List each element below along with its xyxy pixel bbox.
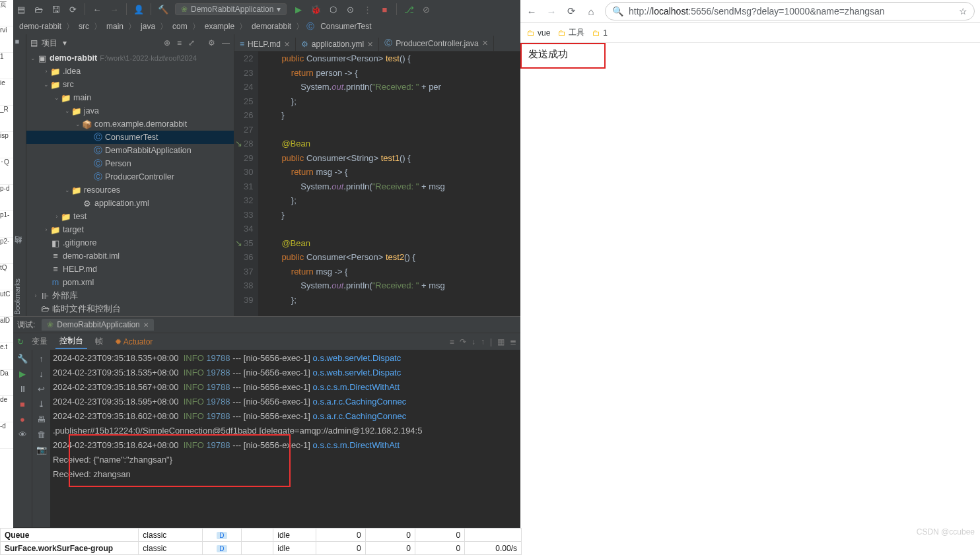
profile-icon[interactable]: ⊙	[345, 5, 355, 15]
rerun-icon[interactable]: ↻	[17, 337, 24, 346]
stop-icon[interactable]: ■	[20, 399, 25, 409]
nav-reload-icon[interactable]: ⟳	[565, 5, 577, 17]
url-box[interactable]: 🔍 http://localhost:5656/sendMsg?delay=10…	[605, 2, 975, 20]
tree-node[interactable]: ≡demo-rabbit.iml	[26, 249, 234, 263]
editor-tab[interactable]: ≡HELP.md✕	[234, 38, 296, 51]
debug-icon[interactable]: 🐞	[310, 5, 321, 15]
tree-node[interactable]: ⌄📦com.example.demorabbit	[26, 117, 234, 131]
chevron-down-icon[interactable]: ▾	[63, 38, 67, 48]
threads-icon[interactable]: ▦	[497, 337, 505, 346]
run-icon[interactable]: ▶	[293, 5, 304, 15]
coverage-icon[interactable]: ⬡	[328, 5, 338, 15]
tree-node[interactable]: ⒸPerson	[26, 157, 234, 170]
wrap-icon[interactable]: ↩	[38, 384, 45, 394]
bookmark-item[interactable]: 🗀工具	[558, 27, 584, 38]
breadcrumb-seg[interactable]: java	[139, 21, 157, 32]
hide-icon[interactable]: —	[222, 38, 230, 48]
sidebar-tab-bookmarks[interactable]: Bookmarks	[13, 277, 26, 316]
gear-icon[interactable]: ⚙	[208, 38, 215, 48]
browser-toolbar: ← → ⟳ ⌂ 🔍 http://localhost:5656/sendMsg?…	[520, 0, 980, 23]
tree-node[interactable]: ◧.gitignore	[26, 236, 234, 249]
back-icon[interactable]: ←	[92, 5, 102, 15]
down-icon[interactable]: ↓	[39, 369, 44, 379]
editor-tab[interactable]: ⚙application.yml✕	[296, 38, 379, 51]
tree-node[interactable]: ⒸDemoRabbitApplication	[26, 144, 234, 157]
tree-node[interactable]: ⌄📁java	[26, 104, 234, 117]
breadcrumb-seg[interactable]: demo-rabbit	[17, 21, 63, 32]
tree-node[interactable]: ⒸConsumerTest	[26, 131, 234, 144]
project-title-icon: ▤	[30, 38, 38, 48]
save-icon[interactable]: 🖫	[50, 5, 61, 15]
response-message: 发送成功	[528, 48, 568, 59]
breadcrumb-seg[interactable]: src	[77, 21, 91, 32]
tree-node[interactable]: ›⊪外部库	[26, 289, 234, 302]
project-tool-window: ▤ 项目 ▾ ⊕ ≡ ⤢ ⚙ — ⌄▣demo-rabbitF:\work\1-…	[26, 34, 234, 316]
bookmark-item[interactable]: 🗀vue	[527, 28, 550, 38]
tree-node[interactable]: ⚙application.yml	[26, 197, 234, 210]
more-icon[interactable]: ≣	[510, 337, 516, 346]
code-text[interactable]: public Consumer<Person> test() { return …	[258, 51, 520, 316]
camera-icon[interactable]: 📷	[36, 445, 47, 455]
target-icon[interactable]: ⊕	[164, 38, 170, 48]
resume-icon[interactable]: ▶	[19, 369, 26, 379]
project-tree[interactable]: ⌄▣demo-rabbitF:\work\1-2022-kdzt\roof\20…	[26, 51, 234, 316]
tab-frames[interactable]: 帧	[91, 335, 107, 348]
nav-back-icon[interactable]: ←	[526, 6, 538, 17]
stop-icon[interactable]: ■	[379, 5, 390, 15]
tree-node[interactable]: mpom.xml	[26, 276, 234, 289]
tree-node[interactable]: ≡HELP.md	[26, 263, 234, 276]
open-icon[interactable]: 🗁	[33, 5, 44, 15]
wrench-icon[interactable]: 🔧	[17, 354, 28, 364]
tab-variables[interactable]: 变量	[28, 335, 52, 348]
tab-console[interactable]: 控制台	[55, 334, 87, 349]
breadcrumb-seg[interactable]: demorabbit	[250, 21, 293, 32]
code-area[interactable]: 222324252627↘28293031323334↘3536373839 p…	[234, 51, 520, 316]
nav-forward-icon[interactable]: →	[545, 6, 557, 17]
mute-bp-icon[interactable]: ●	[20, 414, 25, 424]
star-icon[interactable]: ☆	[959, 6, 967, 16]
editor-tab[interactable]: ⒸProducerController.java✕	[379, 36, 493, 51]
tree-node[interactable]: ⌄📁src	[26, 78, 234, 91]
collapse-icon[interactable]: ≡	[177, 38, 182, 48]
tree-node[interactable]: ⌄📁main	[26, 91, 234, 104]
run-config-selector[interactable]: ❀ DemoRabbitApplication ▾	[175, 3, 287, 15]
step-out-icon[interactable]: ↑	[481, 337, 485, 346]
nav-home-icon[interactable]: ⌂	[585, 6, 597, 17]
sync-icon[interactable]: ⟳	[67, 5, 78, 15]
breadcrumb-seg[interactable]: ConsumerTest	[318, 21, 373, 32]
forward-icon[interactable]: →	[109, 5, 120, 15]
sidebar-tab-structure[interactable]: 结构	[13, 248, 26, 251]
tree-root[interactable]: ⌄▣demo-rabbitF:\work\1-2022-kdzt\roof\20…	[26, 51, 234, 65]
tab-actuator[interactable]: ✹ Actuator	[111, 336, 157, 348]
expand-icon[interactable]: ⤢	[188, 38, 195, 48]
attach-icon[interactable]: ⋮	[362, 5, 372, 15]
breadcrumb-seg[interactable]: example	[203, 21, 236, 32]
close-icon[interactable]: ✕	[143, 321, 149, 329]
hammer-icon[interactable]: 🔨	[158, 5, 168, 15]
project-icon[interactable]: ▤	[16, 5, 26, 15]
scroll-end-icon[interactable]: ⤓	[38, 399, 45, 409]
git-icon[interactable]: ⎇	[403, 5, 414, 15]
breadcrumb-seg[interactable]: main	[104, 21, 125, 32]
run-session-tab[interactable]: ❀ DemoRabbitApplication ✕	[42, 319, 153, 331]
pause-icon[interactable]: ⏸	[18, 384, 27, 394]
tree-node[interactable]: ⌄📁resources	[26, 183, 234, 197]
up-icon[interactable]: ↑	[39, 354, 44, 364]
breadcrumb-seg[interactable]: com	[170, 21, 190, 32]
tree-node[interactable]: ›📁target	[26, 223, 234, 236]
tree-node[interactable]: 🗁临时文件和控制台	[26, 302, 234, 315]
no-entry-icon[interactable]: ⊘	[421, 5, 431, 15]
print-icon[interactable]: 🖶	[37, 414, 46, 424]
view-bp-icon[interactable]: 👁	[18, 430, 27, 440]
bookmark-item[interactable]: 🗀1	[592, 28, 608, 38]
layout-icon[interactable]: ≡	[450, 337, 454, 346]
sidebar-tab-project[interactable]: ■	[13, 37, 26, 48]
tree-node[interactable]: ⒸProducerController	[26, 170, 234, 183]
console-output[interactable]: 2024-02-23T09:35:18.535+08:00 INFO 19788…	[50, 350, 520, 527]
user-icon[interactable]: 👤	[133, 5, 144, 15]
step-over-icon[interactable]: ↷	[460, 337, 466, 346]
tree-node[interactable]: ›📁.idea	[26, 65, 234, 78]
tree-node[interactable]: ›📁test	[26, 210, 234, 223]
clear-icon[interactable]: 🗑	[37, 430, 46, 440]
step-into-icon[interactable]: ↓	[472, 337, 475, 346]
